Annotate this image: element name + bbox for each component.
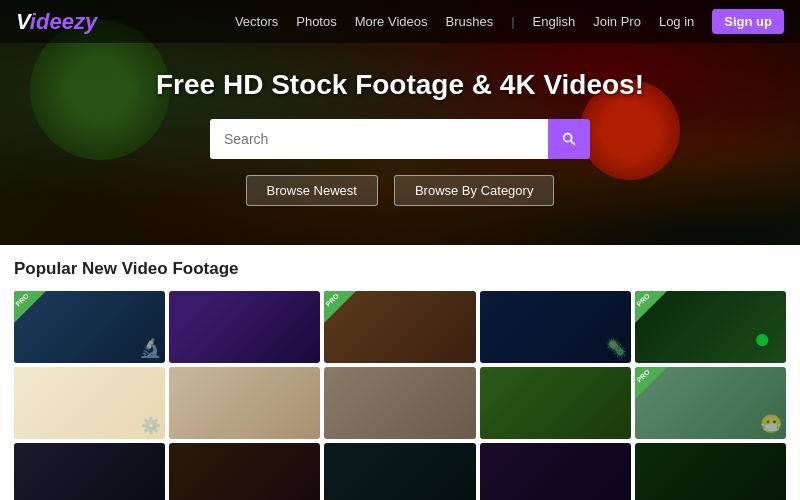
join-pro-button[interactable]: Join Pro	[593, 14, 641, 29]
search-bar	[210, 119, 590, 159]
video-thumb-8[interactable]	[324, 367, 475, 439]
video-grid-row3	[14, 443, 786, 500]
pro-badge-10: PRO	[635, 367, 667, 399]
nav-photos[interactable]: Photos	[296, 14, 336, 29]
video-thumb-13[interactable]	[324, 443, 475, 500]
video-thumb-1[interactable]: PRO	[14, 291, 165, 363]
browse-category-button[interactable]: Browse By Category	[394, 175, 555, 206]
svg-line-1	[571, 141, 575, 145]
hero-title: Free HD Stock Footage & 4K Videos!	[156, 69, 644, 101]
pro-badge-1: PRO	[14, 291, 46, 323]
login-button[interactable]: Log in	[659, 14, 694, 29]
nav-links: Vectors Photos More Videos Brushes | Eng…	[235, 9, 784, 34]
hero-buttons: Browse Newest Browse By Category	[246, 175, 555, 206]
video-thumb-4[interactable]	[480, 291, 631, 363]
video-grid-row2: PRO	[14, 367, 786, 439]
search-icon	[561, 131, 577, 147]
search-input[interactable]	[210, 119, 548, 159]
browse-newest-button[interactable]: Browse Newest	[246, 175, 378, 206]
pro-badge-3: PRO	[324, 291, 356, 323]
video-thumb-5[interactable]: PRO	[635, 291, 786, 363]
search-button[interactable]	[548, 119, 590, 159]
video-thumb-7[interactable]	[169, 367, 320, 439]
video-thumb-2[interactable]	[169, 291, 320, 363]
video-thumb-12[interactable]	[169, 443, 320, 500]
navbar: Videezy Vectors Photos More Videos Brush…	[0, 0, 800, 43]
nav-divider: |	[511, 14, 514, 29]
signup-button[interactable]: Sign up	[712, 9, 784, 34]
logo: Videezy	[16, 9, 97, 35]
video-thumb-14[interactable]	[480, 443, 631, 500]
video-thumb-6[interactable]	[14, 367, 165, 439]
video-thumb-3[interactable]: PRO	[324, 291, 475, 363]
video-thumb-11[interactable]	[14, 443, 165, 500]
video-thumb-15[interactable]	[635, 443, 786, 500]
pro-badge-5: PRO	[635, 291, 667, 323]
nav-language[interactable]: English	[533, 14, 576, 29]
nav-vectors[interactable]: Vectors	[235, 14, 278, 29]
logo-text: ideezy	[30, 9, 97, 34]
nav-brushes[interactable]: Brushes	[445, 14, 493, 29]
hero-content: Free HD Stock Footage & 4K Videos! Brows…	[0, 39, 800, 206]
section-title: Popular New Video Footage	[14, 259, 786, 279]
video-thumb-9[interactable]	[480, 367, 631, 439]
main-content: Popular New Video Footage PRO PRO PRO	[0, 245, 800, 500]
video-grid-row1: PRO PRO PRO	[14, 291, 786, 363]
nav-more-videos[interactable]: More Videos	[355, 14, 428, 29]
video-thumb-10[interactable]: PRO	[635, 367, 786, 439]
